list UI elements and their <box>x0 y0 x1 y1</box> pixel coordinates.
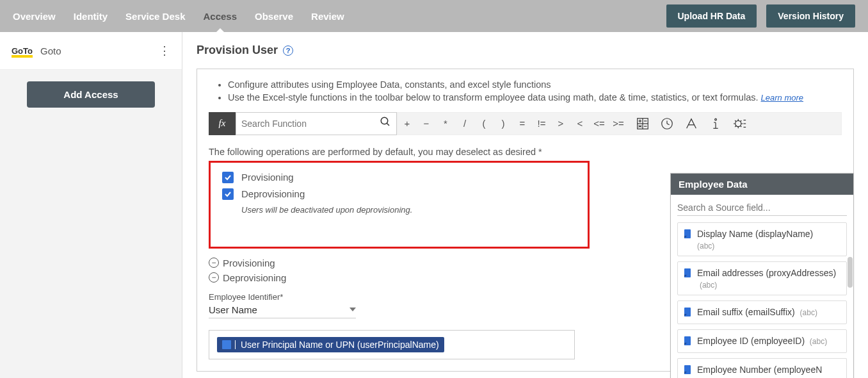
deprovisioning-note: Users will be deactivated upon deprovisi… <box>241 205 576 215</box>
goto-logo-icon: GoTo <box>12 46 33 56</box>
list-item[interactable]: Employee ID (employeeID) (abc) <box>677 329 847 353</box>
nav-observe[interactable]: Observe <box>255 1 293 31</box>
select-value: User Name <box>209 304 346 315</box>
more-icon[interactable]: ⋮ <box>159 44 170 58</box>
cursor-icon <box>235 340 236 349</box>
op-div[interactable]: / <box>455 118 474 129</box>
collapse-icon: − <box>209 258 219 268</box>
instruction-2: Use the Excel-style functions in the too… <box>228 91 842 104</box>
math-icon[interactable] <box>634 115 651 132</box>
field-icon <box>683 336 692 349</box>
app-row-goto[interactable]: GoTo Goto ⋮ <box>0 32 182 70</box>
field-icon <box>683 229 692 242</box>
nav-access[interactable]: Access <box>203 1 237 31</box>
collapse-icon: − <box>209 272 219 283</box>
operations-highlight-box: Provisioning Deprovisioning Users will b… <box>209 161 590 249</box>
checkbox-deprovisioning-label: Deprovisioning <box>241 188 305 199</box>
checkbox-provisioning[interactable]: Provisioning <box>222 172 576 183</box>
help-icon[interactable]: ? <box>283 45 293 56</box>
svg-line-1 <box>387 123 389 126</box>
list-item[interactable]: Employee Number (employeeN <box>677 358 847 378</box>
app-name-label: Goto <box>40 45 61 56</box>
version-history-button[interactable]: Version History <box>766 4 855 28</box>
sidebar: GoTo Goto ⋮ Add Access <box>0 32 182 378</box>
employee-data-header: Employee Data <box>671 174 853 195</box>
svg-line-13 <box>667 124 670 125</box>
main-content: Provision User ? Configure attributes us… <box>182 32 868 378</box>
upload-hr-button[interactable]: Upload HR Data <box>666 4 757 28</box>
op-plus[interactable]: + <box>398 118 417 129</box>
text-icon[interactable] <box>683 115 700 132</box>
search-icon[interactable] <box>380 116 391 131</box>
page-title-text: Provision User <box>197 44 278 57</box>
operator-buttons: + − * / ( ) = != > < <= >= <box>397 112 842 135</box>
nav-actions: Upload HR Data Version History <box>666 4 856 28</box>
op-gte[interactable]: >= <box>609 118 628 129</box>
scrollbar-thumb[interactable] <box>848 257 853 288</box>
attribute-chip-icon <box>222 340 231 349</box>
function-search-input[interactable] <box>241 119 380 129</box>
svg-point-0 <box>381 117 388 124</box>
operations-heading: The following operations are performed b… <box>209 147 842 157</box>
employee-identifier-select[interactable]: User Name <box>209 302 356 318</box>
function-search[interactable] <box>236 112 397 135</box>
op-lt[interactable]: < <box>570 118 590 129</box>
op-mult[interactable]: * <box>436 118 455 129</box>
field-icon <box>683 308 692 320</box>
attribute-mapping-box[interactable]: User Principal Name or UPN (userPrincipa… <box>209 330 575 359</box>
checkbox-checked-icon[interactable] <box>222 188 234 200</box>
nav-service-desk[interactable]: Service Desk <box>125 1 185 31</box>
checkbox-provisioning-label: Provisioning <box>241 172 294 183</box>
add-access-button[interactable]: Add Access <box>27 81 155 108</box>
list-item[interactable]: Display Name (displayName)(abc) <box>677 222 847 256</box>
svg-point-15 <box>715 119 717 120</box>
info-icon[interactable] <box>707 115 724 132</box>
op-rparen[interactable]: ) <box>494 118 513 129</box>
op-neq[interactable]: != <box>532 118 551 129</box>
op-lte[interactable]: <= <box>590 118 609 129</box>
clock-icon[interactable] <box>659 115 675 132</box>
employee-data-panel: Employee Data Display Name (displayName)… <box>670 173 854 378</box>
fx-icon: fx <box>209 112 236 135</box>
page-title: Provision User ? <box>197 44 854 57</box>
top-navigation: Overview Identity Service Desk Access Ob… <box>0 0 868 32</box>
checkbox-checked-icon[interactable] <box>222 172 234 183</box>
collapsible-provisioning-label: Provisioning <box>223 258 275 268</box>
list-item[interactable]: Email addresses (proxyAddresses) (abc) <box>677 261 847 295</box>
function-toolbar: fx + − * / ( ) = != > < <box>209 112 842 135</box>
nav-tabs: Overview Identity Service Desk Access Ob… <box>13 1 344 31</box>
instructions-list: Configure attributes using Employee Data… <box>209 78 842 104</box>
nav-overview[interactable]: Overview <box>13 1 56 31</box>
field-icon <box>683 268 692 281</box>
op-gt[interactable]: > <box>551 118 570 129</box>
nav-identity[interactable]: Identity <box>74 1 108 31</box>
field-icon <box>683 365 692 377</box>
chevron-down-icon <box>350 308 356 311</box>
collapsible-deprovisioning-label: Deprovisioning <box>223 272 286 283</box>
attribute-chip[interactable]: User Principal Name or UPN (userPrincipa… <box>217 337 444 352</box>
list-item[interactable]: Email suffix (emailSuffix) (abc) <box>677 300 847 324</box>
chip-text: User Principal Name or UPN (userPrincipa… <box>241 340 439 350</box>
employee-data-list: Display Name (displayName)(abc) Email ad… <box>671 218 853 378</box>
op-eq[interactable]: = <box>513 118 532 129</box>
op-minus[interactable]: − <box>417 118 436 129</box>
checkbox-deprovisioning[interactable]: Deprovisioning <box>222 188 576 200</box>
learn-more-link[interactable]: Learn more <box>761 93 803 103</box>
instruction-1: Configure attributes using Employee Data… <box>228 78 842 91</box>
op-lparen[interactable]: ( <box>474 118 494 129</box>
settings-icon[interactable] <box>732 115 748 132</box>
nav-review[interactable]: Review <box>311 1 344 31</box>
employee-data-search-input[interactable] <box>677 200 847 216</box>
